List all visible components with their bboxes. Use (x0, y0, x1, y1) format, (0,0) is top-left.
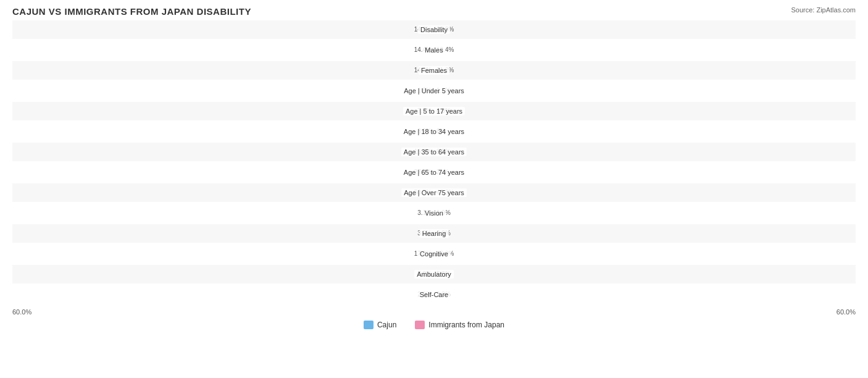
bar-label: Females (419, 66, 449, 75)
legend-cajun-label: Cajun (377, 321, 396, 329)
x-axis-right: 60.0% (837, 308, 856, 316)
legend-cajun: Cajun (364, 321, 396, 329)
bar-row: 2.9% Self-Care 2.3% (12, 285, 856, 304)
bar-row: 15.3% Age | 35 to 64 years 9.5% (12, 143, 856, 161)
bar-row: 27.9% Age | 65 to 74 years 21% (12, 163, 856, 182)
legend-cajun-color (364, 321, 373, 329)
bar-row: 7.2% Age | 5 to 17 years 4.9% (12, 102, 856, 120)
bar-label: Age | 35 to 64 years (401, 148, 467, 156)
legend: Cajun Immigrants from Japan (12, 321, 856, 329)
bar-label: Cognitive (417, 250, 451, 258)
chart-title: CAJUN VS IMMIGRANTS FROM JAPAN DISABILIT… (12, 6, 856, 17)
bar-label: Disability (418, 25, 450, 34)
bar-label: Age | 65 to 74 years (401, 168, 467, 177)
bar-label: Males (422, 46, 445, 54)
legend-immigrants: Immigrants from Japan (415, 321, 504, 329)
bar-row: 14.9% Females 11.2% (12, 61, 856, 80)
bar-label: Hearing (420, 229, 449, 238)
bar-row: 50.7% Age | Over 75 years 46.3% (12, 183, 856, 202)
bar-row: 1.6% Age | Under 5 years 1.1% (12, 82, 856, 100)
legend-immigrants-label: Immigrants from Japan (428, 321, 504, 329)
bar-row: 3.9% Hearing 2.9% (12, 224, 856, 243)
bar-label: Vision (422, 209, 446, 217)
chart-container: CAJUN VS IMMIGRANTS FROM JAPAN DISABILIT… (0, 0, 868, 378)
bar-row: 14.4% Males 10.4% (12, 41, 856, 59)
bar-row: 17.8% Cognitive 16.9% (12, 245, 856, 263)
bar-label: Age | Under 5 years (401, 86, 467, 95)
bar-label: Age | 18 to 34 years (401, 127, 467, 136)
bar-row: 3.1% Vision 1.9% (12, 204, 856, 222)
chart-source: Source: ZipAtlas.com (791, 6, 856, 14)
chart-area: 14.6% Disability 10.8% 14.4% Males 10.4%… (12, 19, 856, 329)
bars-wrapper: 14.6% Disability 10.8% 14.4% Males 10.4%… (12, 19, 856, 304)
bar-label: Ambulatory (414, 270, 454, 279)
bar-label: Age | Over 75 years (401, 188, 467, 197)
bar-label: Self-Care (417, 290, 451, 299)
bar-row: 7.8% Ambulatory 5.6% (12, 265, 856, 284)
legend-immigrants-color (415, 321, 425, 329)
bar-row: 8.2% Age | 18 to 34 years 6% (12, 122, 856, 141)
x-axis-left: 60.0% (12, 308, 31, 316)
x-axis-labels: 60.0% 60.0% (12, 308, 856, 316)
bar-label: Age | 5 to 17 years (403, 107, 465, 116)
bar-row: 14.6% Disability 10.8% (12, 20, 856, 39)
